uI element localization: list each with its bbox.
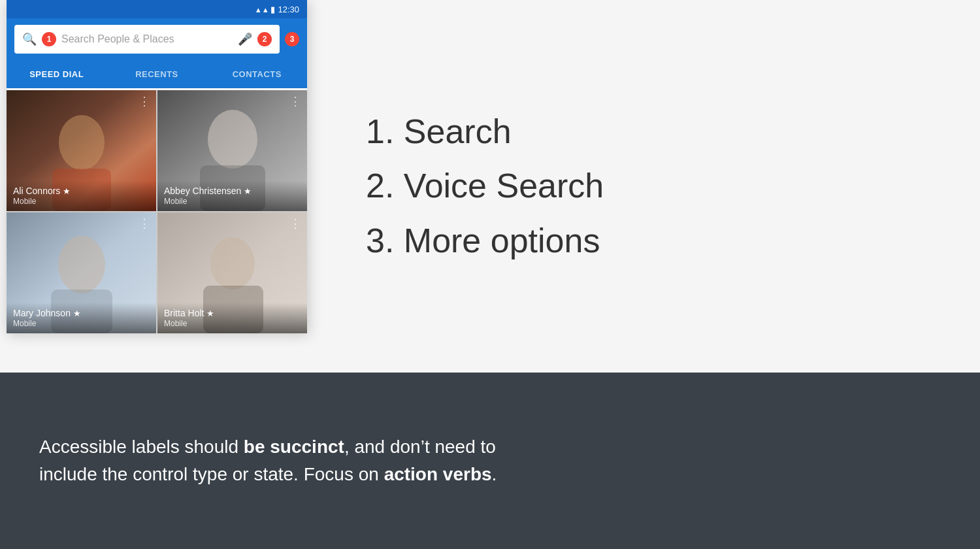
- search-bar: 🔍 1 Search People & Places 🎤 2 3: [7, 18, 307, 60]
- contact-type-mary: Mobile: [13, 319, 150, 328]
- contact-more-dots-britta[interactable]: ⋮: [289, 218, 302, 229]
- contact-type-britta: Mobile: [164, 319, 301, 328]
- contact-info-britta: Britta Holt ★ Mobile: [157, 303, 307, 333]
- search-placeholder: Search People & Places: [61, 33, 233, 45]
- contact-info-ali: Ali Connors ★ Mobile: [7, 180, 156, 211]
- battery-icon: ▮: [270, 5, 275, 14]
- more-options-badge-3: 3: [285, 32, 299, 46]
- star-abbey: ★: [244, 186, 252, 196]
- annotation-item-3: 3. More options: [366, 214, 604, 268]
- search-badge-1: 1: [42, 32, 56, 46]
- bottom-text-bold2: action verbs: [384, 464, 492, 484]
- phone-area: ▴ ▴ ▮ 12:30 🔍 1 Search People & Places 🎤…: [0, 0, 314, 373]
- svg-point-1: [59, 115, 105, 170]
- contact-name-britta: Britta Holt ★: [164, 308, 301, 318]
- bottom-text-bold1: be succinct: [244, 437, 344, 457]
- annotation-item-1: 1. Search: [366, 105, 604, 159]
- status-icons: ▴ ▴ ▮ 12:30: [256, 5, 299, 14]
- top-section: ▴ ▴ ▮ 12:30 🔍 1 Search People & Places 🎤…: [0, 0, 980, 373]
- contact-type-ali: Mobile: [13, 197, 150, 206]
- mic-icon[interactable]: 🎤: [238, 32, 252, 46]
- voice-search-badge-2: 2: [257, 32, 272, 46]
- svg-point-7: [58, 236, 105, 293]
- contact-grid: ⋮ Ali Connors ★ Mobile: [7, 90, 307, 333]
- tab-recents[interactable]: RECENTS: [106, 60, 206, 88]
- contact-name-ali: Ali Connors ★: [13, 186, 150, 196]
- tab-speed-dial[interactable]: SPEED DIAL: [7, 60, 106, 88]
- star-mary: ★: [73, 308, 81, 318]
- contact-more-dots-ali[interactable]: ⋮: [139, 95, 151, 107]
- contact-card-britta[interactable]: ⋮ Britta Holt ★ Mobile: [157, 212, 307, 333]
- bottom-section: Accessible labels should be succinct, an…: [0, 373, 980, 549]
- annotation-area: 1. Search 2. Voice Search 3. More option…: [314, 0, 980, 373]
- contact-name-abbey: Abbey Christensen ★: [164, 186, 301, 196]
- time-display: 12:30: [278, 5, 299, 14]
- annotation-item-2: 2. Voice Search: [366, 159, 604, 213]
- svg-point-4: [208, 110, 257, 169]
- contact-name-mary: Mary Johnson ★: [13, 308, 150, 318]
- bottom-description: Accessible labels should be succinct, an…: [39, 433, 529, 488]
- wifi-icon: ▴: [256, 5, 261, 14]
- star-britta: ★: [206, 308, 214, 318]
- contact-more-dots-abbey[interactable]: ⋮: [289, 95, 302, 107]
- svg-point-10: [210, 237, 255, 290]
- star-ali: ★: [63, 186, 71, 196]
- contact-more-dots-mary[interactable]: ⋮: [139, 218, 151, 229]
- contact-info-mary: Mary Johnson ★ Mobile: [7, 303, 156, 333]
- contact-card-mary[interactable]: ⋮ Mary Johnson ★ Mobile: [7, 212, 156, 333]
- contact-card-ali[interactable]: ⋮ Ali Connors ★ Mobile: [7, 90, 156, 211]
- phone-screen: ▴ ▴ ▮ 12:30 🔍 1 Search People & Places 🎤…: [7, 0, 307, 333]
- annotation-list: 1. Search 2. Voice Search 3. More option…: [366, 105, 604, 268]
- tabs-container: SPEED DIAL RECENTS CONTACTS: [7, 60, 307, 90]
- bottom-text-part1: Accessible labels should: [39, 437, 244, 457]
- bottom-text-part3: .: [492, 464, 497, 484]
- contact-card-abbey[interactable]: ⋮ Abbey Christensen ★ Mobile: [157, 90, 307, 211]
- search-icon: 🔍: [22, 32, 37, 46]
- tab-contacts[interactable]: CONTACTS: [207, 60, 307, 88]
- contact-info-abbey: Abbey Christensen ★ Mobile: [157, 180, 307, 211]
- status-bar: ▴ ▴ ▮ 12:30: [7, 0, 307, 18]
- search-input-area[interactable]: 🔍 1 Search People & Places 🎤 2: [14, 25, 280, 54]
- signal-icon: ▴: [263, 5, 268, 14]
- contact-type-abbey: Mobile: [164, 197, 301, 206]
